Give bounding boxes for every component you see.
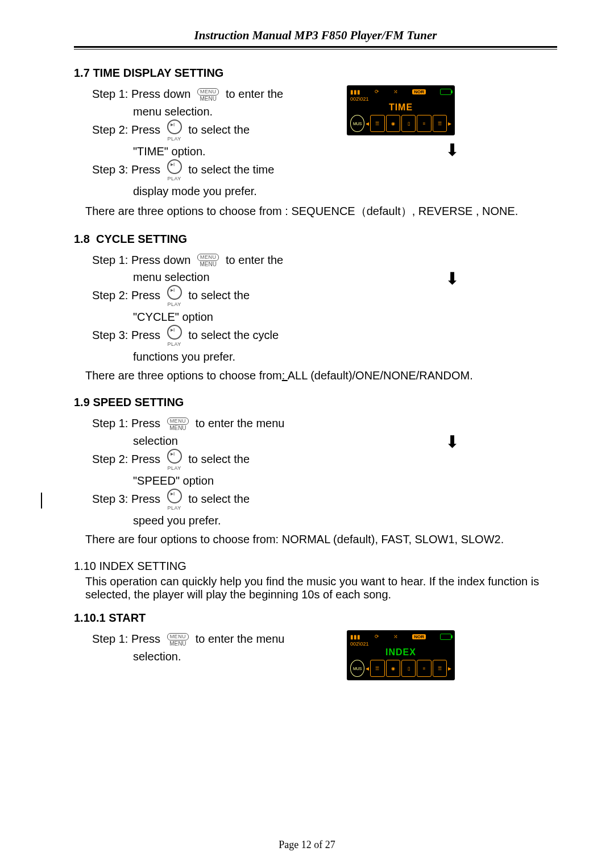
device-icon: ≡: [417, 115, 431, 132]
step-1-8-1b: menu selection: [133, 271, 324, 284]
signal-icon: ▮▮▮: [350, 634, 360, 640]
play-button-icon: PLAY: [167, 449, 182, 471]
section-1-8-title: 1.8 CYCLE SETTING: [74, 233, 557, 246]
device-icon: ☰: [370, 115, 384, 132]
loop-icon: ⟳: [375, 89, 379, 94]
device-nav-right-icon: ▸: [448, 119, 451, 127]
play-button-icon: PLAY: [167, 325, 182, 347]
device-nav-left-icon: ◂: [366, 664, 369, 672]
play-button-icon: PLAY: [167, 489, 182, 511]
step-1-7-1b: menu selection.: [133, 105, 324, 118]
device-status-bar: ▮▮▮ ⟳ ⤮ NOR: [350, 633, 451, 640]
device-status-bar: ▮▮▮ ⟳ ⤮ NOR: [350, 88, 451, 96]
device-icon-row: MUS ◂ ☰ ◉ ▯ ≡ ☰ ▸: [350, 660, 451, 677]
signal-icon: ▮▮▮: [350, 89, 360, 95]
device-icon: ◉: [386, 660, 400, 677]
step-1-9-3b: speed you prefer.: [133, 514, 324, 527]
step-1-8-3: Step 3: Press PLAY to select the cycle: [92, 325, 324, 347]
section-1-8-num: 1.8: [74, 233, 90, 245]
section-1-8-options: There are three options to choose from: …: [85, 369, 557, 382]
step-1-7-3: Step 3: Press PLAY to select the time: [92, 159, 324, 181]
menu-button-icon: MENU MENU: [197, 88, 219, 102]
device-icon: ☰: [433, 115, 447, 132]
section-1-7-num: 1.7: [74, 67, 90, 79]
device-icon: ≡: [417, 660, 431, 677]
section-1-10-title: 1.10 INDEX SETTING: [74, 560, 557, 573]
loop-icon: ⟳: [375, 634, 379, 639]
device-icon: ☰: [433, 660, 447, 677]
play-button-icon: PLAY: [167, 119, 182, 142]
menu-button-icon: MENU MENU: [197, 254, 219, 267]
section-1-7-title: 1.7 TIME DISPLAY SETTING: [74, 67, 557, 80]
device-counter: 002\021: [350, 641, 451, 647]
nor-badge: NOR: [412, 89, 426, 94]
page-footer: Page 12 of 27: [0, 839, 614, 851]
device-screenshot-time: ▮▮▮ ⟳ ⤮ NOR 002\021 TIME MUS ◂ ☰ ◉ ▯ ≡ ☰…: [347, 85, 455, 135]
down-arrow-icon: ⬇: [347, 432, 557, 452]
section-1-7-row: Step 1: Press down MENU MENU to enter th…: [74, 84, 557, 198]
step-1-9-3: Step 3: Press PLAY to select the: [92, 489, 324, 511]
play-button-icon: PLAY: [167, 285, 182, 307]
section-1-10-1-title: 1.10.1 START: [74, 611, 557, 625]
step-1-8-2b: "CYCLE" option: [133, 311, 324, 324]
nor-badge: NOR: [412, 634, 426, 639]
device-icon: ▯: [401, 115, 416, 132]
step-1-7-2: Step 2: Press PLAY to select the: [92, 119, 324, 142]
section-1-9-text: SPEED SETTING: [93, 396, 184, 408]
step-1-7-2b: "TIME" option.: [133, 145, 324, 158]
page: Instruction Manual MP3 F850 Player/FM Tu…: [0, 0, 614, 868]
shuffle-icon: ⤮: [393, 634, 398, 639]
step-1-9-2b: "SPEED" option: [133, 474, 324, 487]
device-nav-left-icon: ◂: [366, 119, 369, 127]
section-1-9-steps: Step 1: Press MENU MENU to enter the men…: [74, 414, 324, 527]
device-title: INDEX: [350, 647, 451, 658]
step-1-8-2: Step 2: Press PLAY to select the: [92, 285, 324, 307]
step-1-7-3b: display mode you prefer.: [133, 185, 324, 198]
section-1-8-row: Step 1: Press down MENU MENU to enter th…: [74, 250, 557, 364]
page-header: Instruction Manual MP3 F850 Player/FM Tu…: [74, 28, 557, 46]
section-1-9-options: There are four options to choose from: N…: [85, 533, 557, 546]
section-1-9-num: 1.9: [74, 396, 90, 408]
step-1-8-3b: functions you prefer.: [133, 350, 324, 363]
section-1-10-1-device-col: ▮▮▮ ⟳ ⤮ NOR 002\021 INDEX MUS ◂ ☰ ◉ ▯ ≡ …: [347, 629, 557, 680]
header-rule-thick: [74, 46, 557, 48]
device-mus-icon: MUS: [350, 115, 364, 132]
step-1-9-1: Step 1: Press MENU MENU to enter the men…: [92, 417, 324, 431]
step-1-9-2: Step 2: Press PLAY to select the: [92, 449, 324, 471]
revision-bar-icon: [41, 493, 42, 509]
device-nav-right-icon: ▸: [448, 664, 451, 672]
device-icon: ▯: [401, 660, 416, 677]
section-1-9-arrow-col: ⬇: [347, 414, 557, 452]
menu-button-icon: MENU MENU: [167, 418, 189, 431]
device-mus-icon: MUS: [350, 660, 364, 677]
section-1-10-1-steps: Step 1: Press MENU MENU to enter the men…: [74, 629, 324, 663]
step-1-10-1-1: Step 1: Press MENU MENU to enter the men…: [92, 633, 324, 647]
section-1-8-steps: Step 1: Press down MENU MENU to enter th…: [74, 250, 324, 364]
section-1-7-device-col: ▮▮▮ ⟳ ⤮ NOR 002\021 TIME MUS ◂ ☰ ◉ ▯ ≡ ☰…: [347, 84, 557, 160]
section-1-9-row: Step 1: Press MENU MENU to enter the men…: [74, 414, 557, 527]
battery-icon: [440, 89, 451, 95]
device-screenshot-index: ▮▮▮ ⟳ ⤮ NOR 002\021 INDEX MUS ◂ ☰ ◉ ▯ ≡ …: [347, 630, 455, 680]
device-icon: ◉: [386, 115, 400, 132]
shuffle-icon: ⤮: [393, 89, 398, 94]
down-arrow-icon: ⬇: [347, 140, 557, 160]
step-1-7-1: Step 1: Press down MENU MENU to enter th…: [92, 88, 324, 102]
section-1-9-title: 1.9 SPEED SETTING: [74, 396, 557, 409]
step-1-8-1: Step 1: Press down MENU MENU to enter th…: [92, 254, 324, 268]
down-arrow-icon: ⬇: [347, 268, 557, 288]
section-1-10-body: This operation can quickly help you find…: [85, 575, 557, 601]
section-1-7-steps: Step 1: Press down MENU MENU to enter th…: [74, 84, 324, 198]
device-title: TIME: [350, 102, 451, 113]
section-1-7-text: TIME DISPLAY SETTING: [93, 67, 223, 79]
section-1-8-text: CYCLE SETTING: [96, 233, 187, 245]
header-rule-thin: [74, 49, 557, 49]
device-icon-row: MUS ◂ ☰ ◉ ▯ ≡ ☰ ▸: [350, 115, 451, 132]
device-icon: ☰: [370, 660, 384, 677]
section-1-10-1-row: Step 1: Press MENU MENU to enter the men…: [74, 629, 557, 680]
section-1-8-arrow-col: ⬇: [347, 250, 557, 288]
battery-icon: [440, 634, 451, 640]
device-counter: 002\021: [350, 96, 451, 102]
step-1-10-1-1b: selection.: [133, 650, 324, 663]
menu-button-icon: MENU MENU: [167, 633, 189, 647]
step-1-9-1b: selection: [133, 435, 324, 448]
